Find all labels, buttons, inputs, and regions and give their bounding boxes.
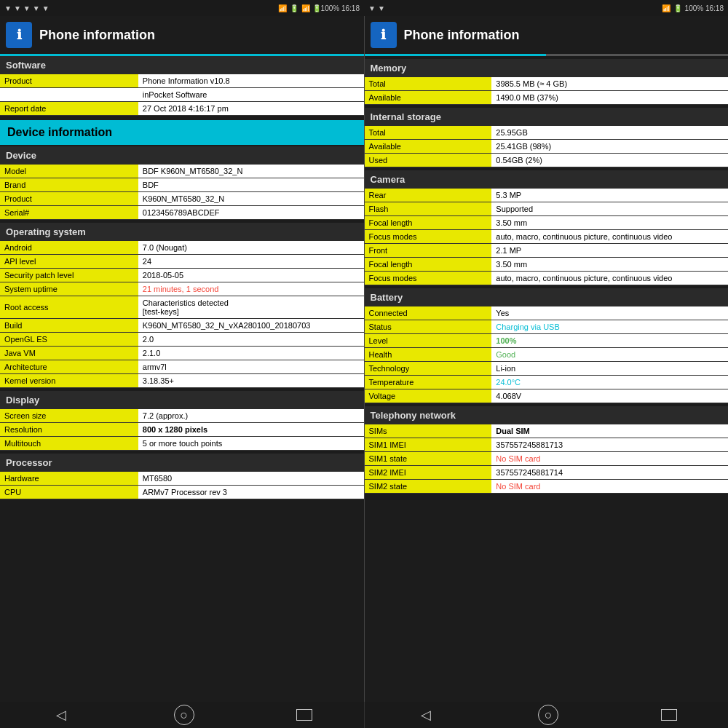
sim1-imei-value: 357557245881713 [491,438,728,452]
back-button-right[interactable]: ◁ [416,705,436,725]
table-row: Serial# 0123456789ABCDEF [0,206,364,220]
notif-r-2: ▼ [378,4,385,12]
mem-total-label: Total [365,77,492,91]
sim1-state-value: No SIM card [491,452,728,466]
notif-r-1: ▼ [368,4,376,12]
opengl-value: 2.0 [138,333,364,347]
technology-label: Technology [365,362,492,376]
table-row: Android 7.0 (Nougat) [0,241,364,255]
device-table: Model BDF K960N_MT6580_32_N Brand BDF Pr… [0,165,364,220]
product-label-d: Product [0,192,138,206]
status-value: Charging via USB [491,320,728,334]
table-row: Security patch level 2018-05-05 [0,269,364,282]
stor-total-value: 25.95GB [491,126,728,140]
level-value: 100% [491,334,728,348]
product-label: Product [0,74,138,88]
display-table: Screen size 7.2 (approx.) Resolution 800… [0,409,364,451]
table-row: Resolution 800 x 1280 pixels [0,423,364,437]
stor-total-label: Total [365,126,492,140]
table-row: Available 25.41GB (98%) [365,140,729,154]
table-row: Multitouch 5 or more touch points [0,437,364,451]
opengl-label: OpenGL ES [0,333,138,347]
build-label: Build [0,319,138,333]
signal-icon: 📶 [278,4,287,12]
table-row: Rear 5.3 MP [365,189,729,202]
table-row: Flash Supported [365,202,729,216]
notif-icon-2: ▼ [14,4,21,12]
technology-value: Li-ion [491,362,728,376]
screen-size-value: 7.2 (approx.) [138,409,364,423]
flash-label: Flash [365,202,492,216]
table-row: Technology Li-ion [365,362,729,376]
notif-icon-1: ▼ [4,4,12,12]
root-value: Characteristics detected[test-keys] [138,296,364,319]
table-row: Total 25.95GB [365,126,729,140]
screen-size-label: Screen size [0,409,138,423]
telephony-table: SIMs Dual SIM SIM1 IMEI 357557245881713 … [365,424,729,494]
sim2-state-label: SIM2 state [365,480,492,494]
focus-modes-front-value: auto, macro, continuous picture, continu… [491,272,728,285]
sims-value: Dual SIM [491,424,728,438]
camera-table: Rear 5.3 MP Flash Supported Focal length… [365,189,729,285]
mem-avail-value: 1490.0 MB (37%) [491,91,728,105]
inpocket-value: inPocket Software [138,88,364,102]
mem-avail-label: Available [365,91,492,105]
back-button-left[interactable]: ◁ [51,705,71,725]
table-row: Build K960N_MT6580_32_N_vXA280100_201807… [0,319,364,333]
serial-label: Serial# [0,206,138,220]
right-header-icon: ℹ [371,22,397,48]
table-row: OpenGL ES 2.0 [0,333,364,347]
brand-value: BDF [138,178,364,192]
api-label: API level [0,255,138,269]
stor-used-label: Used [365,154,492,167]
device-info-header: Device information [0,120,364,145]
sec-patch-value: 2018-05-05 [138,269,364,282]
battery-icon-right: 🔋 [673,4,682,12]
os-table: Android 7.0 (Nougat) API level 24 Securi… [0,241,364,388]
left-bottom-nav: ◁ ○ [0,702,365,728]
stor-used-value: 0.54GB (2%) [491,154,728,167]
left-header-icon: ℹ [6,22,32,48]
table-row: Focus modes auto, macro, continuous pict… [365,272,729,285]
sim2-imei-label: SIM2 IMEI [365,466,492,480]
focus-modes-front-label: Focus modes [365,272,492,285]
focal-rear-value: 3.50 mm [491,216,728,230]
hardware-label: Hardware [0,472,138,486]
sim1-imei-label: SIM1 IMEI [365,438,492,452]
android-value: 7.0 (Nougat) [138,241,364,255]
tab-inactive [546,54,728,56]
right-panel-header: ℹ Phone information [365,16,729,54]
sim2-state-value: No SIM card [491,480,728,494]
table-row: System uptime 21 minutes, 1 second [0,282,364,296]
processor-section-header: Processor [0,454,364,472]
voltage-value: 4.068V [491,389,728,403]
sim1-state-label: SIM1 state [365,452,492,466]
front-label: Front [365,244,492,258]
table-row: Product K960N_MT6580_32_N [0,192,364,206]
table-row: Screen size 7.2 (approx.) [0,409,364,423]
bottom-nav-bar: ◁ ○ ◁ ○ [0,702,728,728]
telephony-section-header: Telephony network [365,406,729,424]
home-button-right[interactable]: ○ [538,705,558,725]
product-value: Phone Information v10.8 [138,74,364,88]
home-button-left[interactable]: ○ [174,705,194,725]
connected-value: Yes [491,306,728,320]
display-section-header: Display [0,391,364,409]
table-row: Java VM 2.1.0 [0,347,364,360]
storage-section-header: Internal storage [365,108,729,126]
battery-pct-right: 100% 16:18 [685,4,724,12]
table-row: Temperature 24.0°C [365,376,729,389]
level-label: Level [365,334,492,348]
notif-icon-4: ▼ [33,4,40,12]
sims-label: SIMs [365,424,492,438]
stor-avail-value: 25.41GB (98%) [491,140,728,154]
left-panel-header: ℹ Phone information [0,16,364,54]
recent-button-right[interactable] [661,709,677,721]
table-row: SIM2 IMEI 357557245881714 [365,466,729,480]
multitouch-value: 5 or more touch points [138,437,364,451]
health-label: Health [365,348,492,362]
notif-icon-5: ▼ [42,4,50,12]
table-row: SIM1 state No SIM card [365,452,729,466]
android-label: Android [0,241,138,255]
recent-button-left[interactable] [296,709,312,721]
